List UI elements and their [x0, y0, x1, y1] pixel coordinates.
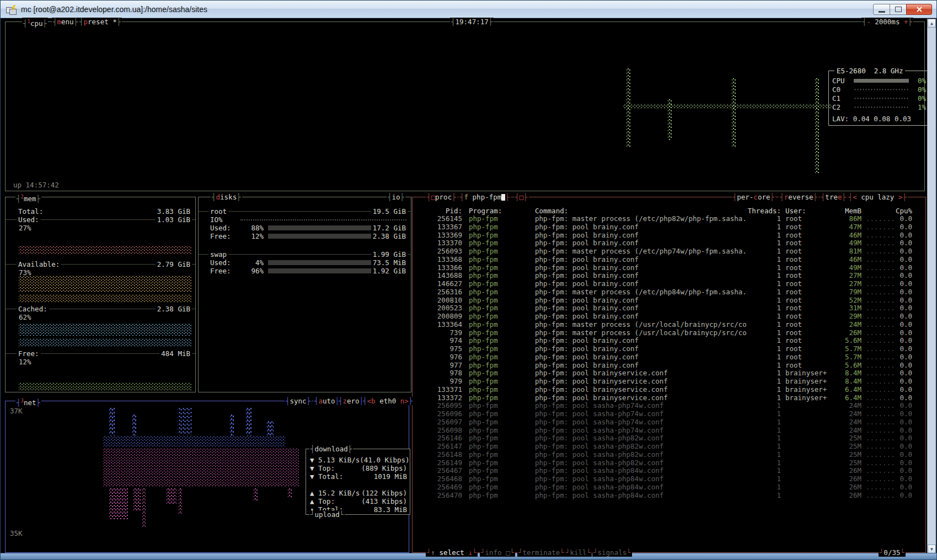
- disk-swap-used-label: Used:: [208, 259, 233, 267]
- table-row[interactable]: 739php-fpmphp-fpm: master process (/usr/…: [416, 329, 922, 337]
- info-action[interactable]: info □: [480, 548, 515, 557]
- table-row[interactable]: 979php-fpmphp-fpm: pool brainyservice.co…: [416, 378, 922, 386]
- table-row[interactable]: 200810php-fpmphp-fpm: pool brainy.conf1r…: [416, 297, 922, 305]
- table-row[interactable]: 976php-fpmphp-fpm: pool brainy.conf1root…: [416, 353, 922, 362]
- vertical-scrollbar[interactable]: ▲ ▼: [927, 19, 936, 553]
- refresh-rate-control[interactable]: - 2000ms +: [861, 18, 913, 26]
- rate-increase-button[interactable]: +: [904, 18, 908, 26]
- terminate-action[interactable]: terminate: [517, 548, 565, 557]
- table-row[interactable]: 256468php-fpmphp-fpm: pool sasha-php84w.…: [416, 475, 922, 483]
- table-row[interactable]: 200523php-fpmphp-fpm: pool brainy.conf1r…: [416, 304, 922, 313]
- table-row[interactable]: 256095php-fpmphp-fpm: pool sasha-php74w.…: [416, 402, 922, 410]
- table-row[interactable]: 977php-fpmphp-fpm: pool brainy.conf1root…: [416, 362, 922, 370]
- net-sync-toggle[interactable]: sync: [285, 397, 312, 405]
- scroll-down-button[interactable]: ▼: [928, 545, 936, 553]
- reverse-toggle[interactable]: reverse: [779, 193, 818, 201]
- net-download-spike: [267, 420, 274, 435]
- tab-mem[interactable]: 2mem: [15, 193, 41, 203]
- table-row[interactable]: 200809php-fpmphp-fpm: pool brainy.conf1r…: [416, 313, 922, 321]
- minimize-button[interactable]: [873, 4, 890, 15]
- net-interface-selector[interactable]: <b eth0 n>: [362, 397, 414, 405]
- net-upload-spike: [254, 487, 258, 502]
- scroll-up-button[interactable]: ▲: [928, 19, 936, 28]
- table-row[interactable]: 133370php-fpmphp-fpm: pool brainy.conf1r…: [416, 239, 922, 247]
- tab-proc[interactable]: □proc: [426, 193, 457, 201]
- net-zero-toggle[interactable]: zero: [338, 397, 365, 405]
- table-row[interactable]: 256145php-fpmphp-fpm: master process (/e…: [416, 215, 922, 223]
- mem-available-graph: [19, 275, 192, 292]
- table-row[interactable]: 256093php-fpmphp-fpm: master process (/e…: [416, 247, 922, 256]
- table-row[interactable]: 256470php-fpmphp-fpm: pool sasha-php84w.…: [416, 492, 922, 500]
- table-row[interactable]: 133372php-fpmphp-fpm: pool brainyservice…: [416, 394, 922, 402]
- per-core-toggle[interactable]: per-core: [732, 193, 775, 201]
- close-button[interactable]: [906, 4, 932, 15]
- table-row[interactable]: 133369php-fpmphp-fpm: pool brainy.conf1r…: [416, 231, 922, 240]
- disk-root-io-label: IO%: [208, 216, 224, 224]
- download-arrow-icon: ▼: [310, 456, 314, 464]
- mem-total-value: 3.83 GiB: [156, 207, 192, 216]
- select-action[interactable]: ↑ select ↓: [426, 548, 478, 557]
- tree-toggle[interactable]: tree: [820, 193, 847, 201]
- rate-decrease-button[interactable]: -: [866, 18, 871, 26]
- checkbox-icon: □: [431, 193, 436, 201]
- cpu-panel: 1cpu menu preset * 19:47:17 - 2000ms + E…: [5, 21, 925, 191]
- table-row[interactable]: 133364php-fpmphp-fpm: master process (/u…: [416, 321, 922, 329]
- menu-button[interactable]: menu: [52, 18, 79, 26]
- table-row[interactable]: 146627php-fpmphp-fpm: pool brainy.conf1r…: [416, 280, 922, 288]
- table-row[interactable]: 256316php-fpmphp-fpm: master process (/e…: [416, 288, 922, 297]
- signals-action[interactable]: signals: [592, 548, 632, 557]
- table-row[interactable]: 256149php-fpmphp-fpm: pool sasha-php82w.…: [416, 459, 922, 467]
- disk-root-free-pct: 12%: [238, 232, 264, 240]
- checkbox-icon[interactable]: □: [514, 193, 529, 201]
- table-row[interactable]: 978php-fpmphp-fpm: pool brainyservice.co…: [416, 369, 922, 378]
- table-row[interactable]: 256097php-fpmphp-fpm: pool sasha-php74w.…: [416, 418, 922, 427]
- disk-swap-free-label: Free:: [208, 267, 233, 275]
- mem-used-pct: 27%: [19, 224, 31, 232]
- core1-bar: [854, 96, 909, 100]
- table-row[interactable]: 143688php-fpmphp-fpm: pool brainy.conf1r…: [416, 272, 922, 280]
- mem-used-graph: [19, 245, 192, 255]
- net-download-spike: [178, 407, 192, 435]
- disk-swap-name: swap: [208, 250, 228, 259]
- net-auto-toggle[interactable]: auto: [313, 397, 340, 405]
- table-row[interactable]: 256469php-fpmphp-fpm: pool sasha-php84w.…: [416, 483, 922, 492]
- table-row[interactable]: 133368php-fpmphp-fpm: pool brainy.conf1r…: [416, 256, 922, 264]
- table-row[interactable]: 256147php-fpmphp-fpm: pool sasha-php82w.…: [416, 443, 922, 451]
- net-upload-spike: [179, 487, 182, 515]
- tab-disks[interactable]: disks: [211, 193, 242, 201]
- table-row[interactable]: 133367php-fpmphp-fpm: pool brainy.conf1r…: [416, 223, 922, 231]
- table-row[interactable]: 256467php-fpmphp-fpm: pool sasha-php84w.…: [416, 467, 922, 475]
- tab-io[interactable]: io: [387, 193, 405, 201]
- net-download-graph: [103, 435, 285, 446]
- mem-cached-pct: 62%: [19, 313, 31, 321]
- preset-button[interactable]: preset *: [78, 18, 122, 26]
- sort-selector[interactable]: < cpu lazy >: [848, 193, 908, 201]
- table-row[interactable]: 974php-fpmphp-fpm: pool brainy.conf1root…: [416, 337, 922, 345]
- title-bar[interactable]: mc [root@a202.itdeveloper.com.ua]:/home/…: [1, 1, 936, 18]
- process-filter-input[interactable]: f php-fpm: [459, 193, 511, 201]
- table-row[interactable]: 256148php-fpmphp-fpm: pool sasha-php82w.…: [416, 451, 922, 459]
- table-row[interactable]: 256096php-fpmphp-fpm: pool sasha-php74w.…: [416, 410, 922, 418]
- rate-value: 2000ms: [875, 18, 899, 26]
- mem-free-value: 484 MiB: [159, 349, 192, 358]
- text-cursor: [501, 194, 505, 201]
- table-row[interactable]: 256146php-fpmphp-fpm: pool sasha-php82w.…: [416, 434, 922, 443]
- load-average: LAV: 0.04 0.08 0.03: [832, 115, 911, 123]
- net-upload-spike: [167, 487, 176, 504]
- maximize-button[interactable]: [890, 4, 907, 15]
- table-row[interactable]: 133366php-fpmphp-fpm: pool brainy.conf1r…: [416, 264, 922, 272]
- table-row[interactable]: 133371php-fpmphp-fpm: pool brainyservice…: [416, 386, 922, 394]
- clock: 19:47:17: [450, 18, 494, 26]
- mem-free-pct: 12%: [19, 358, 31, 366]
- disk-root-used-bar: [268, 225, 377, 230]
- tab-cpu[interactable]: 1cpu: [22, 18, 48, 28]
- net-upload-spike: [142, 487, 146, 527]
- kill-action[interactable]: kill: [565, 548, 592, 557]
- disk-swap-free-bar: [268, 268, 377, 273]
- table-row[interactable]: 256098php-fpmphp-fpm: pool sasha-php74w.…: [416, 427, 922, 435]
- mem-free-label: Free:: [17, 349, 41, 358]
- cpu-total-bar: [854, 79, 909, 83]
- table-row[interactable]: 975php-fpmphp-fpm: pool brainy.conf1root…: [416, 345, 922, 353]
- tab-net[interactable]: 3net: [15, 397, 41, 407]
- disks-panel: disks io root19.5 GiB IO% Used:88%17.2 G…: [198, 197, 411, 392]
